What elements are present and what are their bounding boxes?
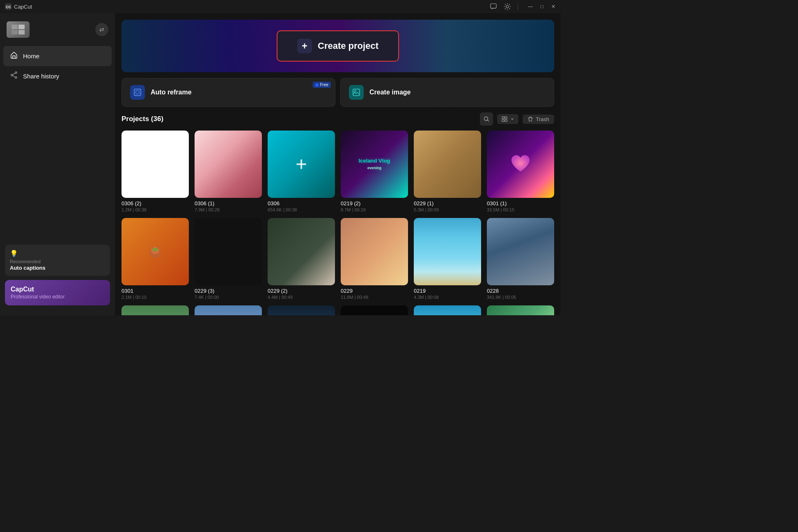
free-badge: Free [313, 82, 331, 88]
create-image-label: Create image [369, 89, 411, 96]
project-name: 0306 (1) [195, 200, 262, 206]
svg-point-10 [354, 90, 356, 92]
project-name: 0229 (2) [268, 288, 335, 294]
project-thumbnail [414, 131, 481, 198]
table-row[interactable]: 0301 2.1M | 00:10 [122, 218, 189, 300]
project-meta: 2.1M | 00:10 [122, 295, 189, 300]
auto-reframe-card[interactable]: Free Auto reframe [122, 78, 335, 107]
table-row[interactable] [487, 305, 554, 315]
create-image-card[interactable]: Create image [340, 78, 554, 107]
svg-rect-2 [491, 4, 496, 8]
recommendation-icon: 💡 [10, 250, 105, 257]
svg-point-21 [155, 248, 158, 251]
svg-rect-15 [505, 119, 507, 122]
projects-title: Projects (36) [122, 115, 163, 123]
project-thumbnail [487, 218, 554, 285]
project-meta: 654.6K | 00:38 [268, 207, 335, 212]
table-row[interactable] [268, 305, 335, 315]
search-button[interactable] [480, 112, 493, 126]
table-row[interactable]: 0229 (3) 7.4K | 00:00 [195, 218, 262, 300]
avatar[interactable] [7, 21, 30, 38]
svg-rect-12 [502, 117, 504, 119]
minimize-button[interactable]: — [528, 4, 533, 9]
promo-subtitle: Professional video editor [11, 294, 104, 300]
svg-rect-8 [136, 91, 139, 94]
sidebar-item-share-history[interactable]: Share history [3, 66, 112, 86]
hero-banner: + Create project [122, 20, 554, 72]
svg-rect-7 [134, 89, 141, 96]
table-row[interactable] [195, 305, 262, 315]
table-row[interactable]: 0306 (1) 7.9M | 00:28 [195, 131, 262, 212]
tool-row: Free Auto reframe Create image [122, 78, 554, 107]
project-name: 0301 (1) [487, 200, 554, 206]
promo-title: CapCut [11, 286, 104, 293]
table-row[interactable]: beach [414, 305, 481, 315]
svg-rect-14 [502, 119, 504, 122]
projects-controls: Trash [480, 112, 554, 126]
table-row[interactable]: 0306 654.6K | 00:38 [268, 131, 335, 212]
table-row[interactable]: Iceland Vlogevening 0219 (2) 8.7M | 00:1… [341, 131, 408, 212]
svg-rect-9 [353, 89, 360, 96]
swap-account-button[interactable]: ⇄ [95, 23, 108, 36]
table-row[interactable]: 0306 (2) 1.2M | 00:38 [122, 131, 189, 212]
projects-grid: 0306 (2) 1.2M | 00:38 0306 (1) 7.9M | 00… [122, 131, 554, 315]
project-thumbnail [268, 305, 335, 315]
project-meta: 4.3M | 00:08 [414, 295, 481, 300]
table-row[interactable]: 0229 11.8M | 00:48 [341, 218, 408, 300]
capcut-promo-card[interactable]: CapCut Professional video editor [5, 280, 110, 305]
project-name: 0229 [341, 288, 408, 294]
project-thumbnail [122, 218, 189, 285]
create-project-button[interactable]: + Create project [277, 30, 399, 62]
trash-button[interactable]: Trash [523, 115, 554, 124]
restore-button[interactable]: □ [539, 4, 544, 9]
sidebar-profile: ⇄ [0, 18, 115, 41]
project-thumbnail [414, 218, 481, 285]
home-icon [10, 51, 18, 61]
table-row[interactable]: 0301 (1) 33.5M | 00:15 [487, 131, 554, 212]
project-meta: 8.7M | 00:19 [341, 207, 408, 212]
sidebar-share-history-label: Share history [23, 73, 59, 80]
project-meta: 11.8M | 00:48 [341, 295, 408, 300]
project-thumbnail [195, 218, 262, 285]
create-project-label: Create project [318, 41, 378, 51]
chat-icon[interactable] [490, 3, 497, 10]
project-meta: 7.4K | 00:00 [195, 295, 262, 300]
table-row[interactable]: 0229 (2) 4.4M | 00:49 [268, 218, 335, 300]
view-toggle-button[interactable] [497, 114, 518, 124]
sidebar-item-home[interactable]: Home [3, 46, 112, 66]
sidebar-bottom: 💡 Recommended Auto captions CapCut Profe… [0, 240, 115, 310]
table-row[interactable]: 0229 (1) 5.3M | 00:09 [414, 131, 481, 212]
recommendation-title: Auto captions [10, 265, 105, 271]
recommendation-label: Recommended [10, 259, 105, 264]
table-row[interactable]: 0228 341.9K | 00:05 [487, 218, 554, 300]
project-meta: 4.4M | 00:49 [268, 295, 335, 300]
main-layout: ⇄ Home Share history 💡 Recommended Auto … [0, 13, 561, 315]
titlebar-controls: — □ ✕ [490, 3, 556, 10]
project-thumbnail [341, 218, 408, 285]
create-image-icon-box [349, 85, 364, 100]
table-row[interactable] [341, 305, 408, 315]
project-meta: 7.9M | 00:28 [195, 207, 262, 212]
recommendation-card[interactable]: 💡 Recommended Auto captions [5, 245, 110, 276]
table-row[interactable] [122, 305, 189, 315]
svg-point-5 [11, 74, 13, 76]
trash-label: Trash [536, 116, 549, 122]
auto-reframe-label: Auto reframe [151, 89, 192, 96]
sidebar-nav: Home Share history [0, 46, 115, 86]
project-name: 0219 (2) [341, 200, 408, 206]
svg-point-20 [153, 248, 155, 251]
table-row[interactable]: 0219 4.3M | 00:08 [414, 218, 481, 300]
titlebar: CC CapCut — □ ✕ [0, 0, 561, 13]
svg-point-3 [506, 5, 509, 8]
project-thumbnail [268, 131, 335, 198]
project-thumbnail [268, 218, 335, 285]
svg-point-6 [15, 77, 17, 78]
project-thumbnail: Iceland Vlogevening [341, 131, 408, 198]
capcut-logo-icon: CC [5, 3, 11, 10]
settings-icon[interactable] [504, 3, 511, 10]
app-logo: CC CapCut [5, 3, 32, 10]
project-name: 0306 [268, 200, 335, 206]
content-area: + Create project Free Auto reframe [115, 13, 561, 315]
project-meta: 5.3M | 00:09 [414, 207, 481, 212]
close-button[interactable]: ✕ [551, 4, 556, 9]
